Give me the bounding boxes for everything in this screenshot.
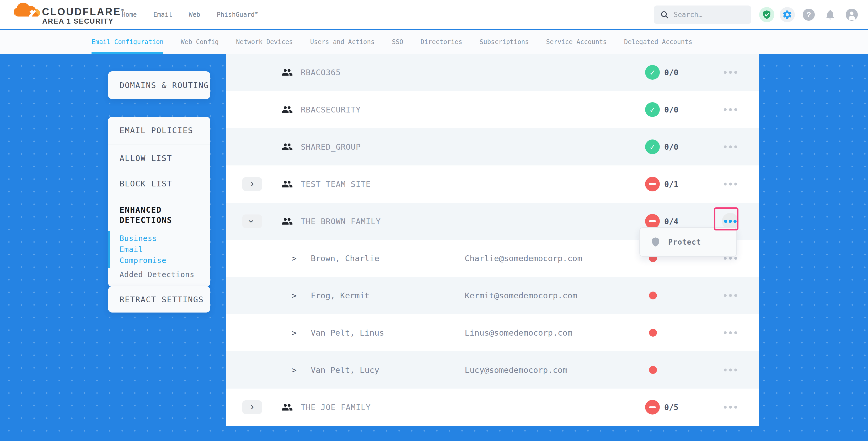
tab-directories[interactable]: Directories (421, 38, 462, 45)
row-menu-button[interactable] (720, 369, 741, 372)
shield-check-icon[interactable] (759, 7, 774, 22)
expand-member-caret[interactable]: > (292, 366, 297, 375)
status-unprotected-dot (649, 291, 657, 300)
sidebar-item-allow-list[interactable]: ALLOW LIST (108, 145, 210, 172)
app-header: CLOUDFLARE® AREA 1 SECURITY Home Email W… (0, 0, 868, 29)
tab-network-devices[interactable]: Network Devices (236, 38, 293, 45)
row-menu-button[interactable] (720, 332, 741, 334)
member-name: Brown, Charlie (311, 254, 379, 263)
brand-wordmark: CLOUDFLARE® (42, 6, 125, 18)
secondary-navigation: Email Configuration Web Config Network D… (0, 30, 868, 54)
search-bar[interactable] (654, 5, 751, 24)
sidebar-card-retract: RETRACT SETTINGS (108, 286, 210, 313)
group-icon (281, 67, 293, 78)
group-name: TEST TEAM SITE (301, 179, 371, 189)
sidebar-card-policies: EMAIL POLICIES ALLOW LIST BLOCK LIST ENH… (108, 117, 210, 287)
status-protected-icon: ✓ (645, 65, 660, 80)
sidebar-item-retract-settings[interactable]: RETRACT SETTINGS (108, 286, 210, 313)
member-email: Kermit@somedemocorp.com (465, 291, 577, 300)
nav-item-phishguard[interactable]: PhishGuard™ (217, 11, 258, 18)
protection-count: 0/0 (664, 142, 678, 151)
protection-count: 0/1 (664, 179, 678, 189)
group-icon (281, 401, 293, 413)
user-icon[interactable] (846, 9, 858, 21)
nav-item-web[interactable]: Web (189, 11, 200, 18)
chevron-right-icon: › (250, 401, 254, 412)
sidebar-item-business-email-compromise[interactable]: Business Email Compromise (120, 233, 183, 266)
expand-member-caret[interactable]: > (292, 328, 297, 338)
member-email: Lucy@somedemocorp.com (465, 365, 567, 375)
status-unprotected-dot (649, 366, 657, 374)
expand-member-caret[interactable]: > (292, 291, 297, 300)
member-name: Van Pelt, Lucy (311, 365, 379, 375)
group-name: THE BROWN FAMILY (301, 217, 381, 226)
protection-count: 0/0 (664, 105, 678, 114)
tab-service-accounts[interactable]: Service Accounts (546, 38, 607, 45)
row-context-menu: Protect (639, 227, 737, 257)
sidebar-item-domains-routing[interactable]: DOMAINS & ROUTING (108, 71, 210, 99)
row-menu-button[interactable] (720, 145, 741, 148)
tab-sso[interactable]: SSO (392, 38, 403, 45)
context-menu-item-protect[interactable]: Protect (668, 238, 701, 247)
table-row: RBACSECURITY ✓ 0/0 (226, 91, 758, 128)
table-row: SHARED_GROUP ✓ 0/0 (226, 128, 758, 165)
sidebar-item-block-list[interactable]: BLOCK LIST (108, 172, 210, 195)
sidebar-section-enhanced-detections: ENHANCED DETECTIONS Business Email Compr… (108, 195, 210, 286)
chevron-down-icon: › (246, 219, 257, 223)
group-icon (281, 104, 293, 115)
search-icon (660, 10, 669, 19)
group-icon (281, 216, 293, 227)
top-navigation: Home Email Web PhishGuard™ (122, 0, 258, 29)
row-menu-button-active[interactable] (722, 213, 739, 230)
status-unprotected-dot (649, 329, 657, 337)
sidebar-card-domains-routing: DOMAINS & ROUTING (108, 71, 210, 99)
active-tab-underline (92, 52, 163, 54)
group-name: RBACSECURITY (301, 105, 361, 114)
expand-group-button[interactable]: › (242, 400, 262, 414)
table-row: > Van Pelt, Linus Linus@somedemocorp.com (226, 314, 758, 351)
protection-count: 0/4 (664, 217, 678, 226)
row-menu-button[interactable] (720, 183, 741, 185)
gear-icon[interactable] (780, 7, 795, 22)
group-name: SHARED_GROUP (301, 142, 361, 151)
help-icon[interactable]: ? (803, 9, 815, 21)
sidebar-item-added-detections[interactable]: Added Detections (120, 270, 200, 279)
table-row: RBACO365 ✓ 0/0 (226, 54, 758, 91)
status-protected-icon: ✓ (645, 139, 660, 154)
sidebar-item-email-policies[interactable]: EMAIL POLICIES (108, 117, 210, 145)
brand-product: AREA 1 SECURITY (42, 17, 114, 25)
tab-web-config[interactable]: Web Config (181, 38, 219, 45)
row-menu-button[interactable] (720, 71, 741, 74)
sidebar-item-enhanced-detections[interactable]: ENHANCED DETECTIONS (120, 205, 188, 225)
row-menu-button[interactable] (720, 257, 741, 260)
member-name: Van Pelt, Linus (311, 328, 384, 338)
expand-group-button[interactable]: › (242, 177, 262, 191)
search-input[interactable] (674, 11, 744, 19)
group-name: RBACO365 (301, 68, 341, 77)
nav-item-home[interactable]: Home (122, 11, 137, 18)
status-protected-icon: ✓ (645, 102, 660, 117)
status-unprotected-icon (645, 214, 660, 229)
status-unprotected-icon (645, 400, 660, 414)
expand-member-caret[interactable]: > (292, 254, 297, 263)
collapse-group-button[interactable]: › (242, 215, 262, 228)
protection-count: 0/5 (664, 403, 678, 412)
member-email: Linus@somedemocorp.com (465, 328, 572, 338)
member-name: Frog, Kermit (311, 291, 370, 300)
member-email: Charlie@somedemocorp.com (465, 254, 582, 263)
status-unprotected-icon (645, 177, 660, 191)
tab-users-and-actions[interactable]: Users and Actions (310, 38, 375, 45)
row-menu-button[interactable] (720, 108, 741, 111)
group-icon (281, 141, 293, 153)
table-row: › TEST TEAM SITE 0/1 (226, 165, 758, 203)
group-icon (281, 178, 293, 190)
row-menu-button[interactable] (720, 406, 741, 409)
bell-icon[interactable] (824, 8, 837, 21)
protection-count: 0/0 (664, 68, 678, 77)
tab-delegated-accounts[interactable]: Delegated Accounts (624, 38, 692, 45)
table-row: > Frog, Kermit Kermit@somedemocorp.com (226, 277, 758, 314)
row-menu-button[interactable] (720, 294, 741, 297)
tab-email-configuration[interactable]: Email Configuration (92, 38, 164, 45)
tab-subscriptions[interactable]: Subscriptions (479, 38, 529, 45)
nav-item-email[interactable]: Email (153, 11, 172, 18)
